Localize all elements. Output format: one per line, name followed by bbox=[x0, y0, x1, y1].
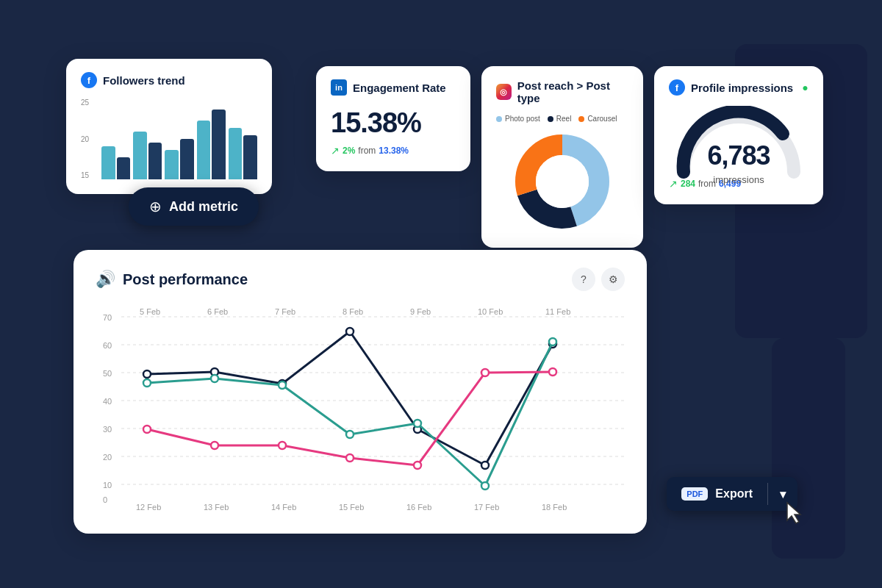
post-reach-header: ◎ Post reach > Post type bbox=[496, 79, 628, 104]
bar-group-3 bbox=[165, 139, 193, 179]
impressions-live-dot: ● bbox=[802, 82, 808, 93]
impressions-change-amount: 284 bbox=[681, 179, 695, 189]
y-axis: 25 20 15 bbox=[81, 98, 89, 179]
post-reach-title: Post reach > Post type bbox=[517, 79, 628, 104]
teal-dot-2 bbox=[211, 375, 218, 382]
post-reach-card: ◎ Post reach > Post type Photo post Reel… bbox=[481, 66, 643, 248]
followers-card: f Followers trend 25 20 15 bbox=[66, 59, 272, 194]
bar-group-5 bbox=[229, 128, 257, 179]
question-icon: ? bbox=[581, 273, 587, 285]
plus-icon: ⊕ bbox=[149, 198, 162, 215]
performance-header: 🔊 Post performance ? ⚙ bbox=[96, 268, 625, 291]
pink-dot-1 bbox=[143, 426, 151, 433]
svg-text:50: 50 bbox=[103, 369, 112, 378]
donut-chart-container bbox=[496, 130, 628, 233]
svg-text:70: 70 bbox=[103, 313, 112, 322]
svg-text:6 Feb: 6 Feb bbox=[207, 307, 228, 316]
bar-2b bbox=[148, 143, 162, 179]
legend-label-reel: Reel bbox=[556, 115, 572, 123]
change-from-label: from bbox=[358, 146, 376, 156]
post-performance-card: 🔊 Post performance ? ⚙ .grid-line { stro… bbox=[74, 250, 647, 534]
svg-text:12 Feb: 12 Feb bbox=[136, 503, 161, 512]
impressions-up-icon: ↗ bbox=[669, 178, 678, 190]
teal-dot-3 bbox=[279, 381, 286, 389]
engagement-card: in Engagement Rate 15.38% ↗ 2% from 13.3… bbox=[316, 66, 470, 171]
pink-dot-6 bbox=[481, 369, 489, 376]
legend-dot-carousel bbox=[578, 116, 584, 122]
engagement-value: 15.38% bbox=[331, 107, 456, 139]
instagram-icon: ◎ bbox=[496, 84, 512, 100]
engagement-change: ↗ 2% from 13.38% bbox=[331, 145, 456, 157]
cursor-svg bbox=[784, 501, 805, 525]
settings-button[interactable]: ⚙ bbox=[601, 268, 625, 291]
followers-title: Followers trend bbox=[103, 74, 185, 87]
y-label-15: 15 bbox=[81, 171, 89, 179]
pink-dot-7 bbox=[549, 368, 556, 376]
svg-point-4 bbox=[778, 129, 787, 138]
performance-actions: ? ⚙ bbox=[572, 268, 625, 291]
facebook-icon: f bbox=[81, 72, 97, 88]
change-from-value: 13.38% bbox=[379, 146, 409, 156]
bar-group-4 bbox=[197, 110, 226, 179]
line-chart-svg: .grid-line { stroke: #ddd; stroke-dashar… bbox=[96, 306, 625, 512]
mouse-cursor bbox=[784, 501, 805, 529]
svg-text:9 Feb: 9 Feb bbox=[410, 307, 431, 316]
pink-dot-5 bbox=[414, 462, 421, 469]
bar-3a bbox=[165, 150, 179, 179]
svg-text:16 Feb: 16 Feb bbox=[406, 503, 431, 512]
bar-3b bbox=[180, 139, 194, 179]
legend-reel: Reel bbox=[548, 115, 572, 123]
performance-icon: 🔊 bbox=[96, 270, 115, 289]
engagement-header: in Engagement Rate bbox=[331, 79, 456, 96]
add-metric-button[interactable]: ⊕ Add metric bbox=[129, 187, 259, 226]
svg-text:13 Feb: 13 Feb bbox=[204, 503, 229, 512]
svg-text:17 Feb: 17 Feb bbox=[474, 503, 499, 512]
bar-1b bbox=[117, 157, 131, 179]
followers-card-header: f Followers trend bbox=[81, 72, 257, 88]
fb-impressions-icon: f bbox=[669, 79, 685, 96]
teal-dot-6 bbox=[481, 482, 489, 490]
bar-1a bbox=[101, 146, 115, 179]
donut-legend: Photo post Reel Carousel bbox=[496, 115, 628, 123]
svg-point-3 bbox=[536, 155, 589, 208]
followers-bar-chart: 25 20 15 bbox=[81, 98, 257, 179]
impressions-label: impressions bbox=[707, 174, 770, 185]
y-label-25: 25 bbox=[81, 98, 89, 107]
y-label-20: 20 bbox=[81, 135, 89, 143]
svg-text:5 Feb: 5 Feb bbox=[140, 307, 160, 316]
bar-4a bbox=[197, 121, 211, 179]
teal-dot-5 bbox=[414, 420, 421, 427]
help-button[interactable]: ? bbox=[572, 268, 595, 291]
bg-decoration-2 bbox=[772, 338, 845, 559]
pdf-badge: PDF bbox=[681, 487, 708, 501]
legend-carousel: Carousel bbox=[578, 115, 617, 123]
bar-4b bbox=[212, 110, 226, 179]
pink-dot-3 bbox=[279, 442, 286, 449]
svg-text:10 Feb: 10 Feb bbox=[478, 307, 503, 316]
impressions-value: 6,783 bbox=[707, 140, 770, 171]
linkedin-icon: in bbox=[331, 79, 347, 96]
impressions-card: f Profile impressions ● 6,783 impression… bbox=[654, 66, 823, 204]
add-metric-label: Add metric bbox=[169, 199, 238, 215]
svg-text:40: 40 bbox=[103, 397, 112, 406]
impressions-title: Profile impressions bbox=[691, 82, 793, 94]
dark-dot-6 bbox=[481, 462, 489, 469]
performance-title: Post performance bbox=[123, 271, 248, 288]
svg-text:60: 60 bbox=[103, 341, 112, 350]
svg-text:15 Feb: 15 Feb bbox=[339, 503, 364, 512]
teal-dot-4 bbox=[346, 431, 354, 438]
legend-dot-photo bbox=[496, 116, 502, 122]
gear-icon: ⚙ bbox=[609, 273, 618, 285]
teal-dot-7 bbox=[549, 338, 556, 345]
svg-text:7 Feb: 7 Feb bbox=[275, 307, 295, 316]
dark-dot-1 bbox=[143, 370, 151, 378]
pink-dot-2 bbox=[211, 442, 218, 449]
engagement-title: Engagement Rate bbox=[353, 82, 446, 94]
svg-text:11 Feb: 11 Feb bbox=[545, 307, 570, 316]
export-button[interactable]: PDF Export ▾ bbox=[667, 477, 797, 511]
bar-5b bbox=[243, 135, 257, 179]
pink-dot-4 bbox=[346, 454, 354, 462]
svg-text:0: 0 bbox=[103, 495, 107, 504]
dashboard: f Followers trend 25 20 15 bbox=[0, 0, 882, 588]
impressions-value-container: 6,783 impressions bbox=[707, 133, 770, 194]
